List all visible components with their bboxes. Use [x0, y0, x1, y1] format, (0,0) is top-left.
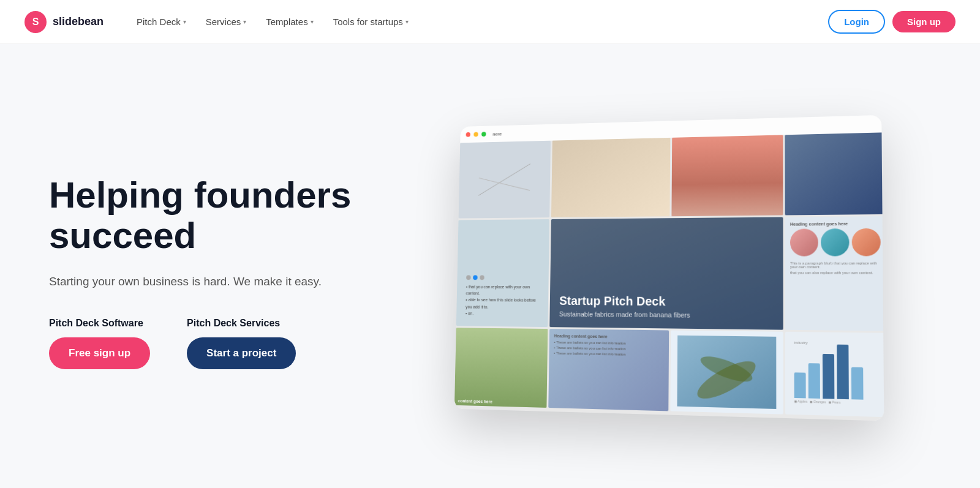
collage-cell-8: content goes here	[454, 328, 548, 408]
pitch-deck-title: Startup Pitch Deck	[559, 294, 690, 309]
chevron-down-icon: ▾	[311, 18, 314, 25]
hero-right: nere	[392, 119, 931, 413]
maximize-icon	[481, 132, 486, 137]
collage-cell-9: Heading content goes here • These are bu…	[548, 329, 669, 411]
signup-button[interactable]: Sign up	[892, 11, 956, 32]
heading-label-2: Heading content goes here	[554, 334, 665, 339]
close-icon	[466, 132, 470, 137]
chevron-down-icon: ▾	[183, 18, 186, 25]
content-label: content goes here	[458, 399, 492, 404]
heading-label-1: Heading content goes here	[790, 221, 883, 226]
nav-item-pitch-deck[interactable]: Pitch Deck ▾	[128, 12, 195, 32]
cta-group-software: Pitch Deck Software Free sign up	[49, 318, 150, 369]
start-project-button[interactable]: Start a project	[187, 337, 296, 369]
collage-cell-10	[670, 330, 783, 414]
collage-cell-2	[551, 137, 670, 217]
pitch-deck-subtitle: Sustainable fabrics made from banana fib…	[559, 310, 690, 318]
svg-line-0	[478, 163, 530, 195]
logo[interactable]: S slidebean	[24, 11, 104, 33]
svg-rect-2	[551, 137, 670, 217]
svg-rect-5	[454, 328, 548, 408]
hero-section: Helping founders succeed Starting your o…	[0, 44, 980, 488]
cta-services-label: Pitch Deck Services	[187, 318, 296, 329]
free-signup-button[interactable]: Free sign up	[49, 337, 150, 369]
collage-cell-pitch-deck: Startup Pitch Deck Sustainable fabrics m…	[549, 217, 783, 329]
collage-cell-3	[671, 135, 783, 216]
chevron-down-icon: ▾	[243, 18, 246, 25]
collage-grid: • that you can replace with your own con…	[454, 114, 884, 421]
login-button[interactable]: Login	[828, 10, 885, 34]
bar-4	[837, 344, 849, 399]
nav-item-services[interactable]: Services ▾	[197, 12, 255, 32]
collage-cell-5: • that you can replace with your own con…	[456, 219, 549, 327]
collage-cell-7: Heading content goes here This is a para…	[785, 216, 884, 331]
hero-heading: Helping founders succeed	[49, 175, 368, 256]
minimize-icon	[473, 132, 478, 137]
cta-software-label: Pitch Deck Software	[49, 318, 150, 329]
collage-cell-11: industry ◼ Apples◼ Oranges◼ Pears	[785, 331, 884, 417]
cta-group-services: Pitch Deck Services Start a project	[187, 318, 296, 369]
bar-1	[794, 372, 806, 398]
bar-3	[823, 353, 834, 399]
brand-name: slidebean	[53, 15, 104, 28]
svg-rect-4	[785, 132, 884, 215]
collage-cell-1	[459, 140, 551, 218]
nav-actions: Login Sign up	[828, 10, 956, 34]
hero-left: Helping founders succeed Starting your o…	[49, 163, 368, 369]
nav-item-templates[interactable]: Templates ▾	[257, 12, 322, 32]
cta-groups: Pitch Deck Software Free sign up Pitch D…	[49, 318, 368, 369]
navbar: S slidebean Pitch Deck ▾ Services ▾ Temp…	[0, 0, 980, 44]
nav-links: Pitch Deck ▾ Services ▾ Templates ▾ Tool…	[128, 12, 828, 32]
logo-icon: S	[24, 11, 47, 33]
bar-5	[851, 367, 864, 399]
hero-subtext: Starting your own business is hard. We m…	[49, 273, 368, 291]
collage-cell-4	[785, 132, 884, 215]
svg-line-1	[478, 177, 530, 191]
topbar-text: nere	[492, 131, 502, 137]
svg-rect-3	[671, 135, 783, 216]
nav-item-tools-for-startups[interactable]: Tools for startups ▾	[325, 12, 417, 32]
chevron-down-icon: ▾	[405, 18, 409, 25]
bar-2	[809, 363, 820, 399]
collage: nere	[454, 114, 884, 421]
